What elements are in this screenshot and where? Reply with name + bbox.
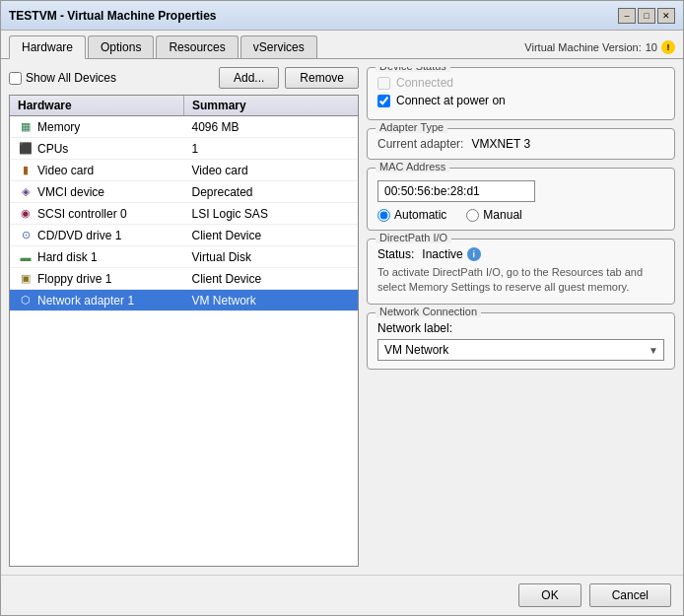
device-summary: LSI Logic SAS — [184, 205, 359, 223]
col-hardware: Hardware — [10, 96, 184, 115]
table-row[interactable]: ⊙CD/DVD drive 1Client Device — [10, 225, 358, 246]
device-name: Hard disk 1 — [37, 250, 98, 264]
device-summary: Virtual Disk — [184, 248, 359, 266]
directpath-status-label: Status: — [377, 247, 414, 261]
manual-radio[interactable] — [466, 209, 479, 222]
directpath-status-row: Status: Inactive i — [377, 247, 664, 261]
manual-radio-item[interactable]: Manual — [466, 208, 521, 222]
main-window: TESTVM - Virtual Machine Properties – □ … — [0, 0, 684, 616]
table-row[interactable]: ▦Memory4096 MB — [10, 116, 358, 138]
ok-button[interactable]: OK — [518, 583, 581, 607]
connected-row: Connected — [377, 76, 664, 90]
device-name: Memory — [37, 120, 80, 134]
network-label-text: Network label: — [377, 321, 664, 335]
network-connection-title: Network Connection — [376, 306, 481, 317]
mac-radio-row: Automatic Manual — [377, 208, 664, 222]
directpath-section: DirectPath I/O Status: Inactive i To act… — [367, 239, 675, 305]
device-name: CD/DVD drive 1 — [37, 229, 121, 242]
show-all-checkbox[interactable] — [9, 72, 22, 85]
network-connection-section: Network Connection Network label: VM Net… — [367, 312, 675, 370]
directpath-status-value: Inactive — [422, 247, 462, 261]
device-status-title: Device Status — [376, 67, 450, 72]
minimize-button[interactable]: – — [618, 8, 636, 24]
table-row[interactable]: ⬛CPUs1 — [10, 138, 358, 160]
adapter-row: Current adapter: VMXNET 3 — [377, 137, 664, 151]
manual-label: Manual — [483, 208, 521, 222]
directpath-status-value-row: Inactive i — [422, 247, 480, 261]
device-icon-video: ▮ — [18, 163, 34, 178]
current-adapter-label: Current adapter: — [377, 137, 463, 151]
table-row[interactable]: ⬡Network adapter 1VM Network — [10, 290, 358, 311]
table-row[interactable]: ▮Video cardVideo card — [10, 160, 358, 181]
tabs-bar: Hardware Options Resources vServices Vir… — [1, 31, 683, 59]
device-icon-vmci: ◈ — [18, 184, 34, 200]
device-summary: Client Device — [184, 227, 359, 244]
main-content: Show All Devices Add... Remove Hardware … — [1, 59, 683, 575]
network-dropdown-wrapper: VM Network ▼ — [377, 339, 664, 361]
connect-at-power-on-row: Connect at power on — [377, 94, 664, 107]
current-adapter-value: VMXNET 3 — [471, 137, 530, 151]
device-icon-floppy: ▣ — [18, 271, 34, 287]
device-name: Floppy drive 1 — [37, 272, 111, 286]
window-title: TESTVM - Virtual Machine Properties — [9, 9, 217, 23]
device-summary: Client Device — [184, 270, 359, 288]
device-name: SCSI controller 0 — [37, 207, 127, 221]
remove-button[interactable]: Remove — [285, 67, 359, 89]
maximize-button[interactable]: □ — [638, 8, 655, 24]
toolbar: Show All Devices Add... Remove — [9, 67, 359, 89]
table-row[interactable]: ▣Floppy drive 1Client Device — [10, 268, 358, 290]
col-summary: Summary — [184, 96, 358, 115]
device-name: CPUs — [37, 142, 68, 156]
device-icon-scsi: ◉ — [18, 206, 34, 222]
mac-address-title: MAC Address — [376, 161, 449, 172]
network-dropdown[interactable]: VM Network — [377, 339, 664, 361]
right-panel: Device Status Connected Connect at power… — [367, 67, 675, 567]
adapter-type-title: Adapter Type — [376, 121, 447, 133]
version-info: Virtual Machine Version: 10 ! — [524, 40, 675, 58]
device-status-section: Device Status Connected Connect at power… — [367, 67, 675, 120]
device-summary: Deprecated — [184, 183, 359, 201]
mac-input[interactable] — [377, 180, 535, 202]
device-icon-cpu: ⬛ — [18, 141, 34, 157]
tab-hardware[interactable]: Hardware — [9, 35, 86, 59]
info-icon[interactable]: i — [467, 247, 481, 261]
device-icon-hdd: ▬ — [18, 249, 34, 265]
bottom-bar: OK Cancel — [1, 575, 683, 615]
automatic-radio-item[interactable]: Automatic — [377, 208, 446, 222]
close-button[interactable]: ✕ — [657, 8, 675, 24]
tab-options[interactable]: Options — [88, 35, 154, 58]
device-summary: 4096 MB — [184, 118, 359, 136]
add-button[interactable]: Add... — [219, 67, 279, 89]
connect-at-power-on-checkbox[interactable] — [377, 95, 390, 107]
left-panel: Show All Devices Add... Remove Hardware … — [9, 67, 359, 567]
version-label: Virtual Machine Version: — [524, 41, 641, 53]
tab-resources[interactable]: Resources — [156, 35, 238, 58]
device-name: VMCI device — [37, 185, 104, 199]
device-name: Video card — [37, 164, 94, 177]
adapter-type-section: Adapter Type Current adapter: VMXNET 3 — [367, 128, 675, 160]
device-summary: VM Network — [184, 292, 359, 309]
table-header: Hardware Summary — [10, 96, 358, 116]
version-number: 10 — [646, 41, 657, 53]
table-row[interactable]: ◉SCSI controller 0LSI Logic SAS — [10, 203, 358, 225]
table-row[interactable]: ▬Hard disk 1Virtual Disk — [10, 246, 358, 268]
automatic-label: Automatic — [394, 208, 446, 222]
device-summary: Video card — [184, 162, 359, 179]
directpath-note: To activate DirectPath I/O, go to the Re… — [377, 265, 664, 296]
title-bar: TESTVM - Virtual Machine Properties – □ … — [1, 1, 683, 31]
warning-icon: ! — [661, 40, 675, 54]
show-all-label[interactable]: Show All Devices — [9, 71, 116, 85]
directpath-title: DirectPath I/O — [376, 232, 451, 243]
device-icon-dvd: ⊙ — [18, 228, 34, 243]
cancel-button[interactable]: Cancel — [589, 583, 671, 607]
device-name: Network adapter 1 — [37, 294, 134, 308]
mac-address-section: MAC Address Automatic Manual — [367, 168, 675, 231]
table-body: ▦Memory4096 MB⬛CPUs1▮Video cardVideo car… — [10, 116, 358, 311]
table-row[interactable]: ◈VMCI deviceDeprecated — [10, 181, 358, 203]
tab-vservices[interactable]: vServices — [240, 35, 317, 58]
window-controls: – □ ✕ — [618, 8, 675, 24]
automatic-radio[interactable] — [377, 209, 390, 222]
device-summary: 1 — [184, 140, 359, 158]
connected-checkbox — [377, 77, 390, 90]
device-icon-memory: ▦ — [18, 119, 34, 135]
